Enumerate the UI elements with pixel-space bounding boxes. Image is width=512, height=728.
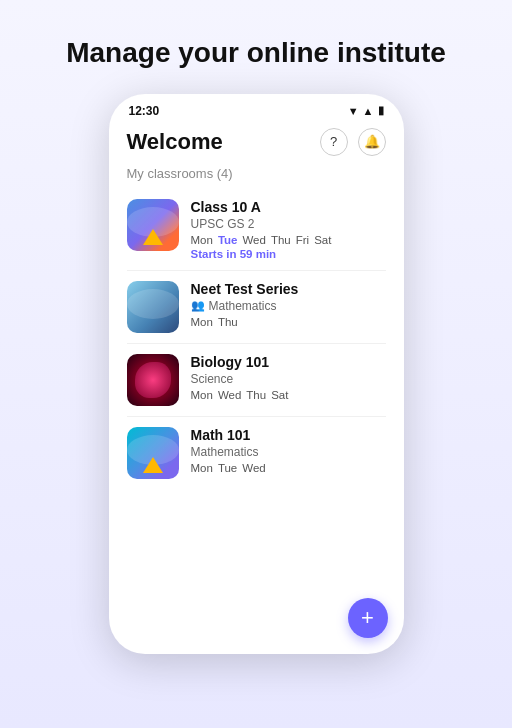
day-wed-bio: Wed — [218, 389, 241, 401]
header-icons: ? 🔔 — [320, 128, 386, 156]
classroom-sub-biology: Science — [191, 372, 386, 386]
classroom-info-biology: Biology 101 Science Mon Wed Thu Sat — [191, 354, 386, 401]
day-tue-math: Tue — [218, 462, 237, 474]
day-mon-bio: Mon — [191, 389, 213, 401]
signal-icon: ▲ — [363, 105, 374, 117]
phone-frame: 12:30 ▼ ▲ ▮ Welcome ? 🔔 My classrooms (4… — [109, 94, 404, 654]
day-fri: Fri — [296, 234, 309, 246]
app-title: Welcome — [127, 129, 223, 155]
day-sat-bio: Sat — [271, 389, 288, 401]
app-header: Welcome ? 🔔 — [109, 122, 404, 166]
day-mon: Mon — [191, 234, 213, 246]
day-wed: Wed — [242, 234, 265, 246]
classroom-item-math101[interactable]: Math 101 Mathematics Mon Tue Wed — [109, 417, 404, 489]
content-scroll: Class 10 A UPSC GS 2 Mon Tue Wed Thu Fri… — [109, 189, 404, 654]
notification-button[interactable]: 🔔 — [358, 128, 386, 156]
day-thu: Thu — [271, 234, 291, 246]
status-icons: ▼ ▲ ▮ — [348, 104, 384, 117]
day-sat: Sat — [314, 234, 331, 246]
hero-title: Manage your online institute — [26, 0, 486, 94]
days-row-class10a: Mon Tue Wed Thu Fri Sat — [191, 234, 386, 246]
add-classroom-button[interactable]: + — [348, 598, 388, 638]
days-row-math101: Mon Tue Wed — [191, 462, 386, 474]
hero-section: Manage your online institute — [26, 0, 486, 94]
classroom-sub-neet: 👥 Mathematics — [191, 299, 386, 313]
wifi-icon: ▼ — [348, 105, 359, 117]
day-thu-neet: Thu — [218, 316, 238, 328]
classroom-info-class10a: Class 10 A UPSC GS 2 Mon Tue Wed Thu Fri… — [191, 199, 386, 260]
classroom-name-neet: Neet Test Series — [191, 281, 386, 297]
classroom-thumb-neet — [127, 281, 179, 333]
classroom-sub-math101: Mathematics — [191, 445, 386, 459]
day-thu-bio: Thu — [246, 389, 266, 401]
days-row-neet: Mon Thu — [191, 316, 386, 328]
classroom-thumb-class10a — [127, 199, 179, 251]
classroom-name-class10a: Class 10 A — [191, 199, 386, 215]
classroom-item-class10a[interactable]: Class 10 A UPSC GS 2 Mon Tue Wed Thu Fri… — [109, 189, 404, 270]
days-row-biology: Mon Wed Thu Sat — [191, 389, 386, 401]
classroom-item-neet[interactable]: Neet Test Series 👥 Mathematics Mon Thu — [109, 271, 404, 343]
status-bar: 12:30 ▼ ▲ ▮ — [109, 94, 404, 122]
battery-icon: ▮ — [378, 104, 384, 117]
status-time: 12:30 — [129, 104, 160, 118]
starts-in-class10a: Starts in 59 min — [191, 248, 386, 260]
classroom-name-biology: Biology 101 — [191, 354, 386, 370]
classroom-info-math101: Math 101 Mathematics Mon Tue Wed — [191, 427, 386, 474]
classroom-thumb-biology — [127, 354, 179, 406]
classroom-sub-class10a: UPSC GS 2 — [191, 217, 386, 231]
day-tue: Tue — [218, 234, 238, 246]
classroom-thumb-math101 — [127, 427, 179, 479]
classrooms-label: My classrooms (4) — [109, 166, 404, 189]
classroom-name-math101: Math 101 — [191, 427, 386, 443]
day-mon-neet: Mon — [191, 316, 213, 328]
neet-subject: Mathematics — [209, 299, 277, 313]
classroom-item-biology[interactable]: Biology 101 Science Mon Wed Thu Sat — [109, 344, 404, 416]
day-wed-math: Wed — [242, 462, 265, 474]
help-button[interactable]: ? — [320, 128, 348, 156]
people-icon: 👥 — [191, 299, 205, 312]
day-mon-math: Mon — [191, 462, 213, 474]
classroom-info-neet: Neet Test Series 👥 Mathematics Mon Thu — [191, 281, 386, 328]
